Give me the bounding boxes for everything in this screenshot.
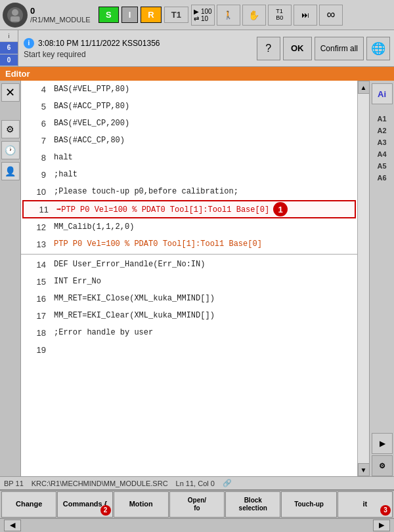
status-icon-bot: 0 [0, 54, 18, 66]
line-code-14: DEF User_Error_Handle(Err_No:IN) [54, 260, 205, 269]
line-num-14: 14 [21, 260, 54, 270]
line-code-8: halt [54, 153, 73, 162]
very-bottom: ◀ ▶ [0, 518, 394, 531]
left-btn-3[interactable]: 🕐 [1, 141, 20, 159]
ai-button[interactable]: Ai [372, 83, 393, 104]
left-btn-4[interactable]: 👤 [1, 162, 20, 180]
left-sidebar: ✕ ⚙ 🕐 👤 [0, 81, 21, 476]
line-code-12: MM_Calib(1,1,2,0) [54, 222, 134, 232]
line-num-13: 13 [21, 239, 54, 249]
line-code-17: MM_RET=EKI_Clear(XML_kuka_MMIND[]) [54, 311, 215, 320]
right-arrow-btn[interactable]: ▶ [372, 433, 393, 454]
svg-rect-2 [11, 16, 20, 22]
status-icon-top: i [0, 30, 18, 42]
btn-i[interactable]: I [121, 7, 139, 23]
cursor-position: Ln 11, Col 0 [176, 480, 215, 487]
line-code-7: BAS(#ACC_CP,80) [54, 136, 125, 145]
line-num-18: 18 [21, 328, 54, 338]
block-selection-button[interactable]: Blockselection [225, 491, 280, 518]
line-code-5: BAS(#ACC_PTP,80) [54, 102, 129, 111]
line-num-8: 8 [21, 153, 54, 163]
left-btn-1[interactable]: ✕ [1, 83, 20, 102]
module-path: /R1/MM_MODULE [30, 16, 96, 24]
a1-label: A1 [377, 115, 386, 123]
code-line-12: 12 MM_Calib(1,1,2,0) [21, 218, 357, 235]
a6-label: A6 [377, 174, 386, 182]
bottom-toolbar: Change Commands { 2 Motion Open/fo Block… [0, 489, 394, 518]
bp-label: BP 11 [4, 480, 24, 487]
btn-t1[interactable]: T1 [164, 7, 188, 23]
t1b0-button[interactable]: T1B0 [268, 5, 292, 26]
question-button[interactable]: ? [257, 37, 280, 60]
a3-label: A3 [377, 138, 386, 146]
editor-area: 4 BAS(#VEL_PTP,80) 5 BAS(#ACC_PTP,80) 6 … [21, 81, 357, 476]
status-main: i 3:08:10 PM 11/11/2022 KSS01356 Start k… [18, 30, 253, 66]
left-btn-2[interactable]: ⚙ [1, 120, 20, 138]
line-num-5: 5 [21, 102, 54, 112]
scroll-down[interactable]: ▼ [358, 463, 370, 476]
status-line1: i 3:08:10 PM 11/11/2022 KSS01356 [24, 38, 248, 49]
line-num-19: 19 [21, 345, 54, 355]
a4-label: A4 [377, 150, 386, 158]
code-line-6: 6 BAS(#VEL_CP,200) [21, 115, 357, 132]
infinity-button[interactable]: ∞ [319, 5, 343, 26]
commands-button[interactable]: Commands { 2 [57, 491, 112, 518]
code-line-5: 5 BAS(#ACC_PTP,80) [21, 98, 357, 115]
run-button[interactable]: ▶ 100⇄ 10 [191, 5, 215, 26]
badge-2: 2 [100, 505, 111, 516]
status-message: Start key required [24, 50, 248, 59]
line-code-4: BAS(#VEL_PTP,80) [54, 85, 129, 94]
walk-icon-button[interactable]: 🚶 [217, 5, 240, 26]
ok-button[interactable]: OK [283, 37, 312, 60]
status-icon-mid: 6 [0, 42, 18, 54]
code-line-17: 17 MM_RET=EKI_Clear(XML_kuka_MMIND[]) [21, 307, 357, 324]
btn-s[interactable]: S [98, 7, 119, 23]
scrollbar: ▲ ▼ [357, 81, 369, 476]
touchup-button[interactable]: Touch-up [281, 491, 336, 518]
motion-button[interactable]: Motion [114, 491, 169, 518]
badge-1: 1 [273, 202, 288, 216]
line-num-17: 17 [21, 311, 54, 321]
a5-label: A5 [377, 162, 386, 170]
module-info: 0 /R1/MM_MODULE [30, 6, 96, 24]
prev-button[interactable]: ◀ [4, 520, 21, 531]
confirm-all-button[interactable]: Confirm all [315, 37, 364, 60]
top-icons: ▶ 100⇄ 10 🚶 ✋ T1B0 ⏭ ∞ [191, 5, 343, 26]
line-code-11: ➡PTP P0 Vel=100 % PDAT0 Tool[1]:Tool1 Ba… [56, 205, 269, 215]
edit-button[interactable]: it 3 [338, 491, 393, 518]
robot-logo [3, 3, 28, 28]
skip-button[interactable]: ⏭ [294, 5, 317, 26]
code-line-10: 10 ;Please touch-up p0,before calibratio… [21, 183, 357, 200]
line-num-6: 6 [21, 119, 54, 129]
code-line-11[interactable]: 11 ➡PTP P0 Vel=100 % PDAT0 Tool[1]:Tool1… [22, 200, 356, 218]
code-line-19: 19 [21, 341, 357, 358]
line-code-16: MM_RET=EKI_Close(XML_kuka_MMIND[]) [54, 294, 215, 303]
code-line-8: 8 halt [21, 149, 357, 166]
scroll-up[interactable]: ▲ [358, 81, 370, 94]
line-code-6: BAS(#VEL_CP,200) [54, 119, 129, 128]
line-num-7: 7 [21, 136, 54, 146]
top-bar: 0 /R1/MM_MODULE S I R T1 ▶ 100⇄ 10 🚶 ✋ T… [0, 0, 394, 30]
globe-button[interactable]: 🌐 [366, 37, 390, 60]
next-button[interactable]: ▶ [373, 520, 390, 531]
divider-1 [21, 254, 357, 255]
code-line-18: 18 ;Error handle by user [21, 324, 357, 341]
line-num-11: 11 [24, 205, 56, 215]
line-num-10: 10 [21, 187, 54, 197]
scroll-track[interactable] [358, 94, 369, 463]
open-button[interactable]: Open/fo [169, 491, 225, 518]
info-icon: i [24, 38, 34, 49]
hand-icon-button[interactable]: ✋ [242, 5, 266, 26]
right-side-bot-btn[interactable]: ⚙ [372, 455, 393, 476]
line-code-9: ;halt [54, 170, 77, 179]
change-button[interactable]: Change [1, 491, 56, 518]
btn-r[interactable]: R [141, 7, 161, 23]
badge-3: 3 [380, 505, 391, 516]
code-line-9: 9 ;halt [21, 166, 357, 183]
main-content: ✕ ⚙ 🕐 👤 4 BAS(#VEL_PTP,80) 5 BAS(#ACC_PT… [0, 81, 394, 476]
line-num-16: 16 [21, 294, 54, 304]
right-sidebar: Ai A1 A2 A3 A4 A5 A6 ▶ ⚙ [369, 81, 394, 476]
edit-label: it [362, 500, 367, 508]
code-line-4: 4 BAS(#VEL_PTP,80) [21, 81, 357, 98]
line-num-12: 12 [21, 222, 54, 232]
